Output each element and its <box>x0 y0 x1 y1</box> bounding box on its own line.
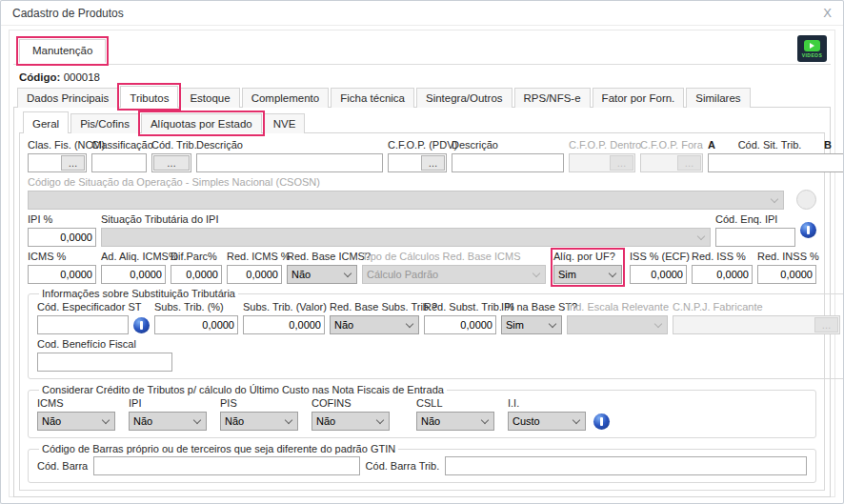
field-credito-csll: CSLL Não <box>416 397 494 431</box>
cfop-pdv-input[interactable] <box>390 155 420 171</box>
row-credito: ICMS Não IPI Não PIS Não COFINS <box>37 397 807 431</box>
credito-csll-select[interactable]: Não <box>416 412 494 431</box>
red-subst-trib-input[interactable] <box>424 315 496 334</box>
chevron-down-icon <box>533 269 540 276</box>
credito-ii-label: I.I. <box>508 397 586 409</box>
field-credito-ii: I.I. Custo <box>508 397 586 431</box>
dif-parc-input[interactable] <box>171 265 222 284</box>
chevron-down-icon <box>771 194 778 202</box>
chevron-down-icon <box>697 232 705 239</box>
ad-aliq-icms-input[interactable] <box>101 265 166 284</box>
cod-beneficio-fiscal-label: Cod. Benefício Fiscal <box>37 338 172 350</box>
videos-button[interactable]: VIDEOS <box>797 35 827 62</box>
tab-ficha-tecnica[interactable]: Ficha técnica <box>331 88 414 108</box>
tab-dados-principais[interactable]: Dados Principais <box>17 88 118 108</box>
credito-pis-select[interactable]: Não <box>220 412 298 431</box>
row-csosn: Código de Situação da Operação - Simples… <box>28 176 816 210</box>
cod-especificador-st-label: Cód. Especificador ST <box>37 301 129 312</box>
title-bar: Cadastro de Produtos X <box>1 1 843 26</box>
ipi-input[interactable] <box>28 228 96 247</box>
icms-input[interactable] <box>28 265 96 284</box>
credito-ii-select[interactable]: Custo <box>508 412 586 431</box>
ind-escala-relevante-label: Ind. Escala Relevante <box>567 301 668 312</box>
cod-trib-lookup-button[interactable]: … <box>153 155 190 171</box>
field-credito-ipi: IPI Não <box>129 397 207 431</box>
subs-trib-pct-label: Subs. Trib. (%) <box>154 301 238 312</box>
credito-ipi-select[interactable]: Não <box>129 412 207 431</box>
tab-manutencao[interactable]: Manutenção <box>19 39 106 63</box>
subs-trib-pct-input[interactable] <box>154 315 238 334</box>
tab-fator-por-forn[interactable]: Fator por Forn. <box>593 88 685 108</box>
red-base-subs-trib-select[interactable]: Não <box>330 315 419 334</box>
tab-pis-cofins[interactable]: Pis/Cofins <box>70 113 139 133</box>
red-icms-input[interactable] <box>227 265 282 284</box>
cod-especificador-info-icon[interactable] <box>133 317 150 333</box>
manutencao-row: Manutenção VIDEOS <box>13 33 831 65</box>
play-icon <box>804 40 820 51</box>
red-subst-trib-label: Red. Subst. Trib. % <box>424 301 496 312</box>
classificacao-input[interactable] <box>91 153 147 172</box>
credito-ii-info-icon[interactable] <box>593 413 610 430</box>
descricao-label: Descrição <box>196 139 383 151</box>
cod-enq-ipi-input[interactable] <box>715 228 795 247</box>
subs-trib-valor-input[interactable] <box>243 315 325 334</box>
csosn-info-icon <box>796 190 816 210</box>
cfop-pdv-lookup-button[interactable]: … <box>421 155 445 171</box>
tab-aliquotas-por-estado[interactable]: Alíquotas por Estado <box>141 113 262 133</box>
tab-tributos[interactable]: Tributos <box>120 86 178 108</box>
cnpj-fabricante-label: C.N.P.J. Fabricante <box>673 301 840 312</box>
red-iss-label: Red. ISS % <box>692 251 753 262</box>
cod-beneficio-fiscal-input[interactable] <box>37 353 172 372</box>
red-base-icms-label: Red. Base ICMS? <box>287 251 357 262</box>
cod-barra-trib-label: Cód. Barra Trib. <box>366 460 440 472</box>
codigo-value: 000018 <box>64 71 100 83</box>
classificacao-label: Classificação <box>91 139 147 151</box>
cnpj-fabricante-input <box>674 317 814 333</box>
cod-barra-input[interactable] <box>93 456 359 475</box>
cod-barra-trib-input[interactable] <box>445 456 807 475</box>
ncm-lookup-button[interactable]: … <box>61 155 85 171</box>
red-base-icms-select[interactable]: Não <box>287 265 357 284</box>
geral-subpage: Clas. Fis. (NCM) … Classificação Cód. Tr… <box>19 133 825 491</box>
field-red-base-icms: Red. Base ICMS? Não <box>287 251 357 284</box>
aliq-por-uf-select[interactable]: Sim <box>553 265 622 284</box>
descricao-input[interactable] <box>196 153 383 172</box>
field-tipo-calculos: Tipo de Cálculos Red. Base ICMS Cálculo … <box>362 251 546 284</box>
cod-especificador-st-input[interactable] <box>37 315 129 334</box>
tab-nve[interactable]: NVE <box>264 113 306 133</box>
cod-enq-ipi-info-icon[interactable] <box>800 222 816 238</box>
tab-rps-nfse[interactable]: RPS/NFS-e <box>514 88 591 108</box>
ipi-na-base-st-select[interactable]: Sim <box>501 315 562 334</box>
field-cnpj-fabricante: C.N.P.J. Fabricante … <box>673 301 840 334</box>
credito-cofins-select[interactable]: Não <box>311 412 390 431</box>
red-iss-input[interactable] <box>692 265 753 284</box>
field-cfop-dentro: C.F.O.P. Dentro … <box>569 139 635 172</box>
tab-sintegra-outros[interactable]: Sintegra/Outros <box>416 88 512 108</box>
csosn-select <box>28 191 784 210</box>
descricao2-input[interactable] <box>452 153 564 172</box>
field-ncm: Clas. Fis. (NCM) … <box>28 139 87 172</box>
cod-barra-label: Cód. Barra <box>37 460 88 472</box>
aliq-por-uf-label: Alíq. por UF? <box>553 251 622 262</box>
credito-icms-select[interactable]: Não <box>37 412 115 431</box>
ncm-input[interactable] <box>30 155 60 171</box>
chevron-down-icon <box>102 415 110 423</box>
red-inss-input[interactable] <box>757 265 816 284</box>
tab-geral[interactable]: Geral <box>23 111 69 133</box>
close-icon[interactable]: X <box>823 7 832 19</box>
tab-similares[interactable]: Similares <box>686 88 750 108</box>
iss-input[interactable] <box>630 265 687 284</box>
codigo-label: Código: <box>19 71 60 83</box>
subs-trib-valor-label: Subs. Trib. (Valor) <box>243 301 325 312</box>
cadastro-produtos-window: Cadastro de Produtos X Manutenção VIDEOS… <box>0 0 844 504</box>
cfop-dentro-input <box>571 155 609 171</box>
field-descricao2: Descrição <box>452 139 564 172</box>
field-red-subst-trib: Red. Subst. Trib. % <box>424 301 496 334</box>
tab-complemento[interactable]: Complemento <box>242 88 330 108</box>
main-tabstrip: Dados Principais Tributos Estoque Comple… <box>13 86 831 108</box>
tipo-calculos-label: Tipo de Cálculos Red. Base ICMS <box>362 251 546 262</box>
credito-tributos-title: Considerar Crédito de Tributos p/ cálcul… <box>39 384 447 395</box>
row-classificacao: Clas. Fis. (NCM) … Classificação Cód. Tr… <box>28 139 816 172</box>
tab-estoque[interactable]: Estoque <box>180 88 239 108</box>
cod-sit-trib-a-input[interactable] <box>710 155 844 171</box>
